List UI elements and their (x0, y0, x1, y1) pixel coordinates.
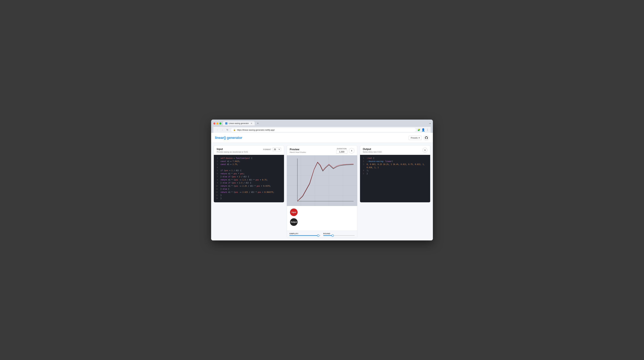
round-slider-group: ROUND (323, 233, 355, 236)
code-line: 5} (362, 172, 428, 176)
code-line: 9 } else if (pos < 2.5 / d1) { (216, 181, 282, 184)
forward-button[interactable]: › (220, 128, 224, 132)
round-thumb[interactable] (332, 234, 334, 237)
output-panel: Output Some shiny new CSS! ⧉ 1:root {2 -… (360, 145, 430, 202)
output-code: 1:root {2 --bounce-easing: linear(3 0, 0… (360, 155, 430, 202)
line-number: 10 (216, 184, 218, 188)
easing-chart (287, 155, 357, 206)
line-content: } (367, 172, 428, 176)
lock-icon: 🔒 (233, 129, 236, 131)
tab-close-icon[interactable]: ✕ (250, 122, 252, 125)
input-panel-header: Input Provide easing as JavaScript or SV… (214, 146, 284, 155)
close-button[interactable] (213, 122, 216, 125)
code-line: 4 ); (362, 169, 428, 172)
output-ball: Output (290, 218, 298, 226)
tab-title: Linear easing generator (229, 122, 249, 125)
copy-icon: ⧉ (424, 149, 426, 151)
sliders-row: SIMPLIFY ROUND (287, 231, 357, 238)
line-content: const d1 = 2.75; (220, 163, 282, 166)
line-number: 8 (216, 179, 218, 181)
address-bar[interactable]: 🔒 https://linear-easing-generator.netlif… (231, 128, 416, 132)
round-label: ROUND (323, 233, 355, 235)
app-header: linear() generator Presets ▾ (211, 133, 433, 143)
back-button[interactable]: ‹ (215, 128, 219, 132)
code-line: 13 } (216, 194, 282, 197)
code-line: 6 return n1 * pos * pos; (216, 172, 282, 176)
traffic-lights (213, 122, 222, 125)
line-number: 5 (216, 169, 218, 172)
line-number: 2 (362, 160, 364, 163)
duration-label: DURATION (337, 148, 346, 150)
browser-titlebar: Linear easing generator ✕ + ⇥ ‹ › ↻ 🔒 ht… (211, 120, 433, 133)
presets-button[interactable]: Presets ▾ (409, 136, 422, 140)
line-content: return n1 * (pos -= 1.5 / d1) * pos + 0.… (220, 179, 282, 181)
code-line: 10 return n1 * (pos -= 2.25 / d1) * pos … (216, 184, 282, 188)
line-number: 9 (216, 181, 218, 184)
line-content: const n1 = 7.5625; (220, 160, 282, 163)
copy-button[interactable]: ⧉ (422, 148, 427, 153)
duration-input[interactable] (336, 150, 347, 154)
url-text: https://linear-easing-generator.netlify.… (237, 129, 275, 131)
new-tab-button[interactable]: + (256, 121, 260, 126)
line-content: :root { (367, 157, 428, 160)
preview-panel-subtitle: Here's how it looks: (290, 151, 306, 154)
line-number: 14 (216, 197, 218, 200)
line-number: 5 (362, 172, 364, 176)
presets-label: Presets (411, 137, 418, 139)
extensions-icon[interactable]: 🧩 (418, 129, 420, 131)
line-content: return n1 * (pos -= 2.625 / d1) * pos + … (220, 191, 282, 194)
github-icon (425, 136, 428, 139)
active-tab[interactable]: Linear easing generator ✕ (223, 121, 255, 125)
output-panel-header: Output Some shiny new CSS! ⧉ (360, 146, 430, 155)
reload-button[interactable]: ↻ (226, 128, 230, 132)
menu-icon[interactable]: ⋮ (426, 128, 429, 131)
code-editor[interactable]: 1self.bounce = function(pos) {2 const n1… (214, 155, 284, 202)
line-number: 2 (216, 160, 218, 163)
simplify-thumb[interactable] (317, 234, 319, 237)
simplify-slider[interactable] (289, 235, 321, 236)
minimize-button[interactable] (216, 122, 218, 125)
line-number: 3 (362, 163, 364, 169)
line-content: } (220, 194, 282, 197)
format-select[interactable]: JS SVG (272, 148, 281, 151)
input-panel-subtitle: Provide easing as JavaScript or SVG (217, 151, 248, 153)
pause-icon: ⏸ (351, 150, 352, 152)
code-line: 1:root { (362, 157, 428, 160)
line-content: return n1 * (pos -= 2.25 / d1) * pos + 0… (220, 184, 282, 188)
pause-button[interactable]: ⏸ (349, 148, 354, 154)
line-number: 3 (216, 163, 218, 166)
code-line: 11 } else { (216, 187, 282, 191)
line-number: 11 (216, 187, 218, 191)
output-panel-title: Output (363, 148, 382, 151)
line-content: if (pos < 1 / d1) { (220, 169, 282, 172)
code-line: 2 --bounce-easing: linear( (362, 160, 428, 163)
line-content: --bounce-easing: linear( (367, 160, 428, 163)
simplify-label: SIMPLIFY (289, 233, 321, 235)
toolbar-actions: 🧩 👤 ⋮ (418, 128, 429, 132)
output-ball-label: Output (291, 221, 297, 223)
code-line: 3 0, 0.063, 0.25 18.2%, 1 36.4%, 0.813, … (362, 163, 428, 169)
github-button[interactable] (424, 135, 429, 141)
code-line: 14} (216, 197, 282, 200)
tab-bar: Linear easing generator ✕ + ⇥ (223, 121, 431, 126)
profile-icon[interactable]: 👤 (422, 128, 425, 132)
maximize-button[interactable] (219, 122, 222, 125)
input-panel: Input Provide easing as JavaScript or SV… (214, 145, 284, 202)
header-actions: Presets ▾ (409, 135, 429, 141)
round-slider[interactable] (323, 235, 355, 236)
output-panel-subtitle: Some shiny new CSS! (363, 151, 382, 153)
nav-buttons: ‹ › ↻ (215, 128, 230, 132)
tab-favicon (225, 122, 228, 125)
code-line: 4 (216, 166, 282, 169)
input-ball-label: Input (292, 211, 296, 213)
line-number: 4 (362, 169, 364, 172)
line-number: 13 (216, 194, 218, 197)
line-content: ); (367, 169, 428, 172)
code-line: 8 return n1 * (pos -= 1.5 / d1) * pos + … (216, 179, 282, 181)
input-panel-title: Input (217, 148, 248, 151)
app-content: linear() generator Presets ▾ Inp (211, 133, 433, 240)
code-line: 12 return n1 * (pos -= 2.625 / d1) * pos… (216, 191, 282, 194)
line-content (220, 166, 282, 169)
app-logo: linear() generator (215, 136, 242, 140)
preview-panel-header: Preview Here's how it looks: DURATION ⏸ (287, 146, 357, 155)
